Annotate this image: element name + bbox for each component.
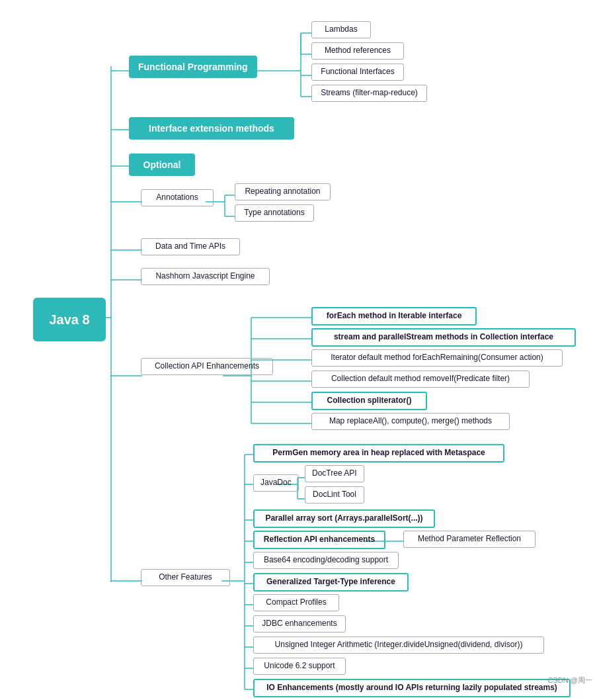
branch-other: Other Features <box>141 569 230 586</box>
leaf-reflection-api: Reflection API enhancements <box>253 531 385 549</box>
leaf-compact-profiles: Compact Profiles <box>253 594 339 611</box>
leaf-repeating-annotation: Repeating annotation <box>235 183 331 200</box>
leaf-iterator-default: Iterator default method forEachRemaining… <box>311 349 563 367</box>
branch-collection: Collection API Enhancements <box>141 358 273 375</box>
leaf-io-enhancements: IO Enhancements (mostly around IO APIs r… <box>253 679 571 697</box>
root-label: Java 8 <box>49 311 89 328</box>
leaf-iterator-default-label: Iterator default method forEachRemaining… <box>331 353 543 363</box>
root-node: Java 8 <box>33 298 106 341</box>
leaf-streams-label: Streams (filter-map-reduce) <box>321 88 418 99</box>
leaf-doclint-label: DocLint Tool <box>313 490 356 500</box>
leaf-target-type: Generalized Target-Type inference <box>253 573 409 591</box>
leaf-javadoc: JavaDoc <box>253 474 299 492</box>
leaf-permgen-label: PermGen memory area in heap replaced wit… <box>272 448 485 459</box>
leaf-doctree: DocTree API <box>305 465 364 482</box>
branch-nashhorn: Nashhorn Javascript Engine <box>141 268 270 285</box>
leaf-method-references-label: Method references <box>325 46 391 56</box>
branch-functional-label: Functional Programming <box>138 61 248 73</box>
leaf-stream-parallel: stream and parallelStream methods in Col… <box>311 328 576 347</box>
leaf-spliterator: Collection spliterator() <box>311 392 427 410</box>
leaf-base64-label: Base64 encoding/decoding support <box>264 555 388 566</box>
leaf-doctree-label: DocTree API <box>312 468 357 479</box>
leaf-method-references: Method references <box>311 42 404 60</box>
leaf-map-replace: Map replaceAll(), compute(), merge() met… <box>311 413 510 430</box>
leaf-collection-default: Collection default method removeIf(Predi… <box>311 371 530 388</box>
leaf-target-type-label: Generalized Target-Type inference <box>266 577 395 588</box>
leaf-io-enhancements-label: IO Enhancements (mostly around IO APIs r… <box>266 683 557 693</box>
leaf-javadoc-label: JavaDoc <box>260 478 292 488</box>
leaf-unsigned-int: Unsigned Integer Arithmetic (Integer.div… <box>253 636 544 654</box>
leaf-base64: Base64 encoding/decoding support <box>253 552 399 569</box>
leaf-streams: Streams (filter-map-reduce) <box>311 85 427 102</box>
leaf-permgen: PermGen memory area in heap replaced wit… <box>253 444 504 462</box>
branch-annotations-label: Annotations <box>156 193 198 203</box>
branch-collection-label: Collection API Enhancements <box>155 361 259 372</box>
branch-optional-label: Optional <box>143 159 181 171</box>
branch-annotations: Annotations <box>141 189 214 206</box>
leaf-method-param-reflection-label: Method Parameter Reflection <box>418 534 521 545</box>
leaf-jdbc: JDBC enhancements <box>253 615 346 633</box>
branch-datetime: Data and Time APIs <box>141 238 240 255</box>
leaf-parallel-sort: Parallel array sort (Arrays.parallelSort… <box>253 509 435 528</box>
branch-functional: Functional Programming <box>129 56 257 78</box>
branch-nashhorn-label: Nashhorn Javascript Engine <box>155 271 255 282</box>
leaf-map-replace-label: Map replaceAll(), compute(), merge() met… <box>329 416 492 427</box>
leaf-compact-profiles-label: Compact Profiles <box>266 597 326 608</box>
leaf-unicode-label: Unicode 6.2 support <box>264 661 335 672</box>
leaf-functional-interfaces-label: Functional Interfaces <box>321 67 394 77</box>
leaf-unsigned-int-label: Unsigned Integer Arithmetic (Integer.div… <box>275 640 523 650</box>
leaf-reflection-api-label: Reflection API enhancements <box>264 535 375 545</box>
branch-interface-ext-label: Interface extension methods <box>149 122 274 134</box>
leaf-method-param-reflection: Method Parameter Reflection <box>403 531 536 548</box>
leaf-type-annotations: Type annotations <box>235 204 314 222</box>
leaf-collection-default-label: Collection default method removeIf(Predi… <box>331 374 510 384</box>
branch-interface-ext: Interface extension methods <box>129 117 294 140</box>
leaf-parallel-sort-label: Parallel array sort (Arrays.parallelSort… <box>265 513 422 524</box>
branch-optional: Optional <box>129 153 195 176</box>
branch-other-label: Other Features <box>159 572 212 583</box>
leaf-lambdas: Lambdas <box>311 21 371 38</box>
leaf-type-annotations-label: Type annotations <box>244 208 304 218</box>
leaf-unicode: Unicode 6.2 support <box>253 658 346 675</box>
leaf-stream-parallel-label: stream and parallelStream methods in Col… <box>334 332 553 343</box>
leaf-doclint: DocLint Tool <box>305 486 364 503</box>
leaf-foreach: forEach method in Iterable interface <box>311 307 477 326</box>
leaf-repeating-annotation-label: Repeating annotation <box>245 187 320 197</box>
leaf-spliterator-label: Collection spliterator() <box>327 396 411 406</box>
mind-map: Java 8 Functional Programming Lambdas Me… <box>13 13 595 688</box>
branch-datetime-label: Data and Time APIs <box>155 241 225 252</box>
leaf-foreach-label: forEach method in Iterable interface <box>327 311 462 322</box>
leaf-jdbc-label: JDBC enhancements <box>262 619 337 629</box>
leaf-lambdas-label: Lambdas <box>325 24 357 35</box>
leaf-functional-interfaces: Functional Interfaces <box>311 64 404 81</box>
watermark: CSDN @周一 <box>545 673 595 688</box>
